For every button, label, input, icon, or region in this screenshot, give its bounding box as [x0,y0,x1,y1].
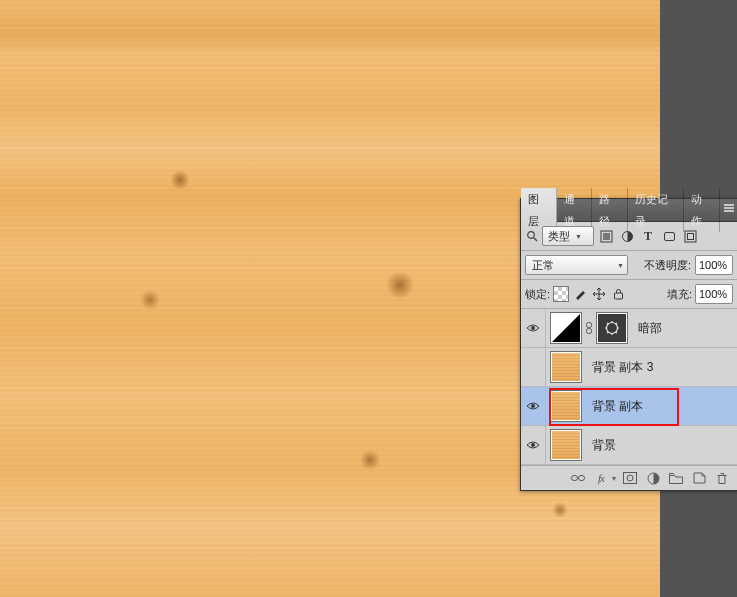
visibility-toggle[interactable] [521,426,546,464]
layer-thumbnail[interactable] [550,390,582,422]
adjustment-thumbnail[interactable] [596,312,628,344]
delete-layer-icon[interactable] [713,469,731,487]
panel-tabstrip: 图层 通道 路径 历史记录 动作 [521,199,737,222]
layer-row[interactable]: 背景 副本 3 [521,348,737,387]
add-mask-icon[interactable] [621,469,639,487]
svg-point-9 [531,326,535,330]
layer-fx-icon[interactable]: fx [592,469,610,487]
layer-row[interactable]: 背景 副本 [521,387,737,426]
svg-rect-6 [685,231,696,242]
filter-smart-icon[interactable] [681,227,699,245]
chevron-down-icon: ▼ [617,262,624,269]
layer-row[interactable]: 背景 [521,426,737,465]
lock-row: 锁定: 填充: 100% [521,280,737,309]
svg-rect-5 [664,232,674,240]
fill-value: 100% [699,288,727,300]
lock-transparent-icon[interactable] [553,286,569,302]
filter-pixel-icon[interactable] [597,227,615,245]
tab-history[interactable]: 历史记录 [628,188,684,232]
layer-name[interactable]: 背景 副本 3 [592,359,653,376]
visibility-toggle[interactable] [521,387,546,425]
visibility-toggle[interactable] [521,348,546,386]
mask-link-icon[interactable] [584,322,594,334]
layer-name[interactable]: 背景 [592,437,616,454]
lock-position-icon[interactable] [591,286,607,302]
svg-rect-17 [624,473,637,484]
layer-list: 暗部 背景 副本 3 背景 副本 [521,309,737,465]
lock-label: 锁定: [525,287,550,302]
tab-actions[interactable]: 动作 [684,188,720,232]
link-layers-icon[interactable] [569,469,587,487]
lock-pixels-icon[interactable] [572,286,588,302]
opacity-label: 不透明度: [644,258,691,273]
filter-adjust-icon[interactable] [618,227,636,245]
filter-shape-icon[interactable] [660,227,678,245]
chevron-down-icon: ▾ [612,474,616,483]
fill-label: 填充: [667,287,692,302]
svg-line-1 [534,238,537,241]
svg-point-0 [528,232,535,239]
chevron-down-icon: ▼ [575,233,582,240]
svg-rect-15 [572,476,578,481]
layer-thumbnail[interactable] [550,351,582,383]
svg-rect-11 [587,329,592,334]
blend-mode-value: 正常 [532,258,554,273]
panel-menu-icon[interactable] [720,204,737,216]
svg-point-13 [531,404,535,408]
new-layer-icon[interactable] [690,469,708,487]
panel-footer: fx ▾ [521,465,737,490]
lock-all-icon[interactable] [610,286,626,302]
visibility-toggle[interactable] [521,309,546,347]
layers-panel: 图层 通道 路径 历史记录 动作 类型 ▼ T 正常 [520,198,737,491]
opacity-field[interactable]: 100% [695,255,733,275]
svg-rect-10 [587,323,592,328]
opacity-value: 100% [699,259,727,271]
svg-rect-8 [614,293,622,299]
svg-rect-3 [603,233,610,240]
svg-rect-7 [687,233,693,239]
filter-type-select[interactable]: 类型 ▼ [542,226,594,246]
layer-thumbnail[interactable] [550,429,582,461]
blend-mode-select[interactable]: 正常 ▼ [525,255,628,275]
svg-rect-16 [579,476,585,481]
fill-field[interactable]: 100% [695,284,733,304]
filter-type-label: 类型 [548,229,570,244]
layer-row[interactable]: 暗部 [521,309,737,348]
blend-mode-row: 正常 ▼ 不透明度: 100% [521,251,737,280]
new-adjustment-icon[interactable] [644,469,662,487]
svg-point-14 [531,443,535,447]
layer-name[interactable]: 暗部 [638,320,662,337]
layer-mask-thumbnail[interactable] [550,312,582,344]
svg-point-18 [627,475,633,481]
search-icon [525,229,539,243]
filter-type-text-icon[interactable]: T [639,227,657,245]
new-group-icon[interactable] [667,469,685,487]
tab-paths[interactable]: 路径 [592,188,628,232]
layer-name[interactable]: 背景 副本 [592,398,643,415]
